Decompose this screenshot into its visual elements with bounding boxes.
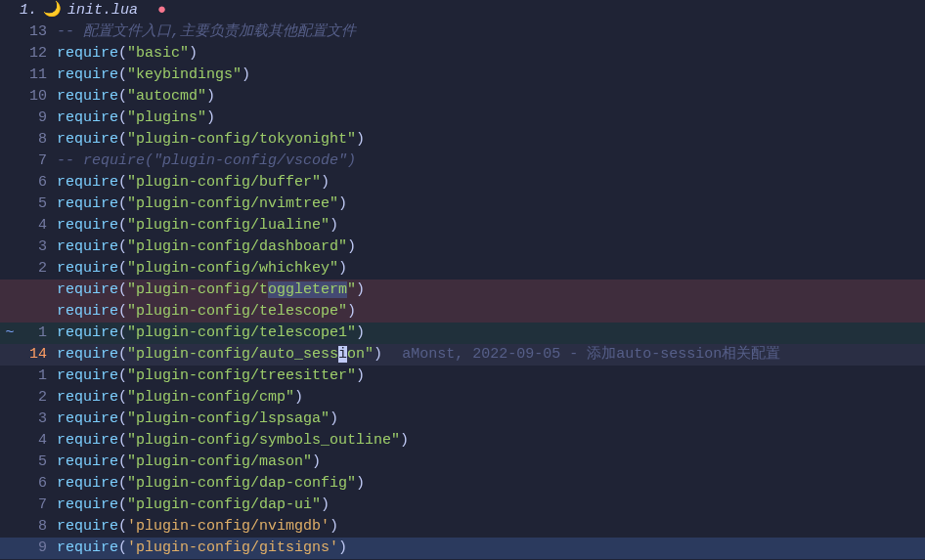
code-content[interactable]: -- 配置文件入口,主要负责加载其他配置文件 bbox=[49, 22, 925, 43]
line-number: 5 bbox=[20, 194, 49, 215]
line-number: 6 bbox=[20, 172, 49, 194]
code-line[interactable]: 3require("plugin-config/lspsaga") bbox=[0, 409, 925, 430]
code-content[interactable]: require("plugin-config/symbols_outline") bbox=[49, 430, 925, 452]
tab-filename[interactable]: init.lua bbox=[67, 0, 138, 22]
line-number: 2 bbox=[20, 387, 49, 409]
line-number: 1 bbox=[20, 366, 49, 387]
code-line[interactable]: 10require("autocmd") bbox=[0, 86, 925, 108]
code-content[interactable]: require('plugin-config/nvimgdb') bbox=[49, 516, 925, 538]
line-number: 8 bbox=[20, 516, 49, 538]
code-content[interactable]: require("plugin-config/buffer") bbox=[49, 172, 925, 194]
code-line[interactable]: 11require("keybindings") bbox=[0, 65, 925, 86]
line-number: 4 bbox=[20, 430, 49, 452]
code-content[interactable]: require("plugin-config/dap-config") bbox=[49, 473, 925, 495]
line-number: 9 bbox=[20, 538, 49, 559]
code-line[interactable]: 3require("plugin-config/dashboard") bbox=[0, 237, 925, 258]
code-content[interactable]: require("plugin-config/dap-ui") bbox=[49, 495, 925, 516]
line-number: 13 bbox=[20, 22, 49, 43]
code-line[interactable]: 14require("plugin-config/auto_session")a… bbox=[0, 344, 925, 366]
code-editor[interactable]: 13-- 配置文件入口,主要负责加载其他配置文件12require("basic… bbox=[0, 22, 925, 559]
code-content[interactable]: require("plugin-config/cmp") bbox=[49, 387, 925, 409]
code-line[interactable]: 5require("plugin-config/nvimtree") bbox=[0, 194, 925, 215]
code-line[interactable]: ~1require("plugin-config/telescope1") bbox=[0, 323, 925, 344]
tab-bar: 1. 🌙 init.lua ● bbox=[0, 0, 925, 22]
line-number: 12 bbox=[20, 43, 49, 65]
code-line[interactable]: 7require("plugin-config/dap-ui") bbox=[0, 495, 925, 516]
code-line[interactable]: 8require("plugin-config/tokyonight") bbox=[0, 129, 925, 151]
sign-column: ~ bbox=[0, 323, 20, 344]
code-content[interactable]: require("plugin-config/whichkey") bbox=[49, 258, 925, 280]
code-line[interactable]: 7-- require("plugin-config/vscode") bbox=[0, 151, 925, 172]
code-line[interactable]: 1require("plugin-config/treesitter") bbox=[0, 366, 925, 387]
code-content[interactable]: require("plugin-config/lualine") bbox=[49, 215, 925, 237]
code-content[interactable]: -- require("plugin-config/vscode") bbox=[49, 151, 925, 172]
line-number: 10 bbox=[20, 86, 49, 108]
code-line[interactable]: 9require('plugin-config/gitsigns') bbox=[0, 538, 925, 559]
line-number: 5 bbox=[20, 452, 49, 473]
cursor: i bbox=[338, 346, 347, 363]
tab-index: 1. bbox=[20, 0, 37, 22]
code-content[interactable]: require("plugin-config/mason") bbox=[49, 452, 925, 473]
code-content[interactable]: require('plugin-config/gitsigns') bbox=[49, 538, 925, 559]
code-content[interactable]: require("plugin-config/nvimtree") bbox=[49, 194, 925, 215]
code-content[interactable]: require("plugin-config/telescope1") bbox=[49, 323, 925, 344]
code-line[interactable]: 5require("plugin-config/mason") bbox=[0, 452, 925, 473]
code-line[interactable]: require("plugin-config/toggleterm") bbox=[0, 280, 925, 301]
code-content[interactable]: require("plugin-config/tokyonight") bbox=[49, 129, 925, 151]
code-content[interactable]: require("plugin-config/auto_session")aMo… bbox=[49, 344, 925, 366]
lua-icon: 🌙 bbox=[43, 0, 62, 22]
git-blame-virtual-text: aMonst, 2022-09-05 - 添加auto-session相关配置 bbox=[382, 346, 780, 363]
code-line[interactable]: 2require("plugin-config/whichkey") bbox=[0, 258, 925, 280]
line-number: 11 bbox=[20, 65, 49, 86]
code-content[interactable]: require("plugins") bbox=[49, 108, 925, 129]
line-number: 6 bbox=[20, 473, 49, 495]
line-number: 8 bbox=[20, 129, 49, 151]
line-number: 1 bbox=[20, 323, 49, 344]
code-line[interactable]: 4require("plugin-config/lualine") bbox=[0, 215, 925, 237]
code-line[interactable]: 13-- 配置文件入口,主要负责加载其他配置文件 bbox=[0, 22, 925, 43]
code-line[interactable]: 12require("basic") bbox=[0, 43, 925, 65]
code-line[interactable]: 2require("plugin-config/cmp") bbox=[0, 387, 925, 409]
code-content[interactable]: require("plugin-config/telescope") bbox=[49, 301, 925, 323]
line-number: 3 bbox=[20, 409, 49, 430]
code-content[interactable]: require("plugin-config/dashboard") bbox=[49, 237, 925, 258]
modified-indicator-icon: ● bbox=[157, 0, 166, 22]
code-content[interactable]: require("autocmd") bbox=[49, 86, 925, 108]
code-line[interactable]: 4require("plugin-config/symbols_outline"… bbox=[0, 430, 925, 452]
code-content[interactable]: require("basic") bbox=[49, 43, 925, 65]
line-number: 3 bbox=[20, 237, 49, 258]
code-content[interactable]: require("plugin-config/toggleterm") bbox=[49, 280, 925, 301]
code-line[interactable]: 6require("plugin-config/dap-config") bbox=[0, 473, 925, 495]
code-line[interactable]: 8require('plugin-config/nvimgdb') bbox=[0, 516, 925, 538]
line-number: 9 bbox=[20, 108, 49, 129]
code-content[interactable]: require("plugin-config/treesitter") bbox=[49, 366, 925, 387]
code-line[interactable]: 6require("plugin-config/buffer") bbox=[0, 172, 925, 194]
line-number: 7 bbox=[20, 151, 49, 172]
line-number: 7 bbox=[20, 495, 49, 516]
line-number: 4 bbox=[20, 215, 49, 237]
code-line[interactable]: 9require("plugins") bbox=[0, 108, 925, 129]
code-content[interactable]: require("keybindings") bbox=[49, 65, 925, 86]
code-content[interactable]: require("plugin-config/lspsaga") bbox=[49, 409, 925, 430]
code-line[interactable]: require("plugin-config/telescope") bbox=[0, 301, 925, 323]
line-number: 2 bbox=[20, 258, 49, 280]
line-number: 14 bbox=[20, 344, 49, 366]
